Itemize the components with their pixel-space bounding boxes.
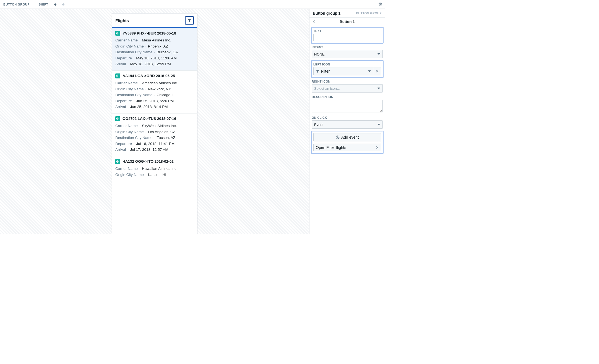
on-click-value: Event: [314, 123, 323, 127]
right-icon-placeholder: Select an icon…: [314, 86, 340, 91]
caret-down-icon: [377, 53, 380, 55]
add-event-button[interactable]: Add event: [313, 133, 381, 141]
events-highlight: Add event Open Filter flights: [311, 131, 384, 154]
list-item[interactable]: AA194 LGA->ORD 2018-06-25Carrier Name · …: [112, 71, 197, 114]
trash-button[interactable]: [378, 2, 383, 7]
text-input[interactable]: [313, 34, 381, 41]
nav-forward-button[interactable]: [61, 2, 66, 7]
flight-title: YV5889 PHX->BUR 2018-05-18: [123, 31, 176, 35]
caret-down-icon: [377, 88, 380, 89]
remove-event-button[interactable]: [376, 146, 379, 149]
event-label: Open Filter flights: [316, 145, 346, 150]
caret-down-icon: [368, 70, 371, 72]
flight-list: YV5889 PHX->BUR 2018-05-18Carrier Name ·…: [112, 28, 197, 234]
panel-title: Button group 1: [313, 11, 340, 15]
right-icon-select[interactable]: Select an icon…: [312, 84, 383, 93]
widget-type-label: BUTTON GROUP: [2, 3, 31, 6]
intent-value: NONE: [314, 52, 325, 56]
plus-circle-icon: [336, 135, 340, 139]
left-icon-clear-button[interactable]: [373, 67, 381, 75]
label-right-icon: RIGHT ICON: [312, 80, 383, 83]
separator: [34, 2, 34, 7]
panel-type-label: BUTTON GROUP: [356, 12, 382, 15]
caret-down-icon: [377, 124, 380, 125]
panel-header: Button group 1 BUTTON GROUP: [309, 9, 385, 18]
side-panel: Button group 1 BUTTON GROUP Button 1 TEX…: [309, 9, 385, 234]
label-intent: INTENT: [312, 46, 383, 49]
event-row[interactable]: Open Filter flights: [313, 144, 381, 151]
list-item[interactable]: OO4792 LAX->TUS 2018-07-16Carrier Name ·…: [112, 114, 197, 156]
filter-button[interactable]: [185, 16, 194, 25]
canvas: Flights YV5889 PHX->BUR 2018-05-18Carrie…: [0, 9, 309, 234]
flights-card: Flights YV5889 PHX->BUR 2018-05-18Carrie…: [112, 13, 197, 234]
flight-title: HA132 OGG->ITO 2018-02-02: [123, 159, 174, 163]
flight-title: AA194 LGA->ORD 2018-06-25: [123, 74, 175, 78]
left-icon-highlight: LEFT ICON Filter: [311, 60, 384, 78]
plane-icon: [115, 31, 120, 36]
list-item[interactable]: HA132 OGG->ITO 2018-02-02Carrier Name · …: [112, 156, 197, 181]
left-icon-value: Filter: [321, 69, 366, 73]
card-title: Flights: [115, 18, 129, 23]
intent-select[interactable]: NONE: [312, 50, 383, 58]
panel-sub-title: Button 1: [309, 20, 385, 24]
add-event-label: Add event: [341, 135, 359, 139]
left-icon-select[interactable]: Filter: [313, 67, 373, 75]
nav-back-button[interactable]: [53, 2, 58, 7]
label-text: TEXT: [313, 29, 381, 33]
description-textarea[interactable]: [312, 100, 383, 112]
label-left-icon: LEFT ICON: [313, 63, 381, 66]
filter-icon: [316, 70, 319, 73]
label-on-click: ON CLICK: [312, 116, 383, 119]
plane-icon: [115, 73, 120, 78]
list-item[interactable]: YV5889 PHX->BUR 2018-05-18Carrier Name ·…: [112, 28, 197, 71]
plane-icon: [115, 159, 120, 164]
plane-icon: [115, 116, 120, 121]
label-description: DESCRIPTION: [312, 95, 383, 99]
flight-title: OO4792 LAX->TUS 2018-07-16: [123, 117, 176, 121]
on-click-select[interactable]: Event: [312, 120, 383, 129]
shift-label: SHIFT: [38, 3, 49, 6]
card-header: Flights: [112, 14, 197, 28]
panel-subheader: Button 1: [309, 18, 385, 26]
top-bar: BUTTON GROUP SHIFT: [0, 0, 385, 9]
text-field-highlight: TEXT: [311, 27, 384, 44]
